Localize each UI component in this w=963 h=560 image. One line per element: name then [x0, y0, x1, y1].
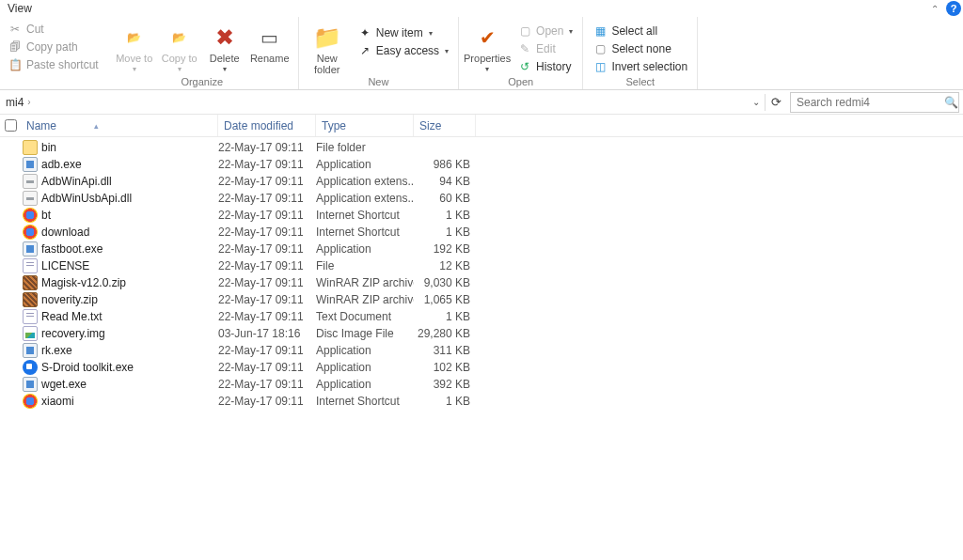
delete-button[interactable]: ✖ Delete▾: [202, 21, 247, 73]
file-row[interactable]: download22-May-17 09:11Internet Shortcut…: [0, 224, 963, 241]
file-row[interactable]: Read Me.txt22-May-17 09:11Text Document1…: [0, 308, 963, 325]
file-date: 22-May-17 09:11: [218, 378, 316, 391]
file-type: Application: [316, 344, 414, 357]
file-icon: [23, 174, 38, 189]
open-icon: ▢: [517, 23, 532, 39]
cut-button[interactable]: ✂Cut: [6, 21, 101, 38]
copy-to-button[interactable]: 📂 Copy to▾: [157, 21, 202, 73]
file-size: 192 KB: [414, 242, 476, 256]
new-item-button[interactable]: ✦New item▾: [354, 24, 452, 41]
file-size: 94 KB: [414, 175, 476, 188]
select-all-checkbox[interactable]: [5, 119, 17, 132]
column-size[interactable]: Size: [414, 115, 476, 136]
file-name: xiaomi: [39, 395, 218, 408]
file-date: 22-May-17 09:11: [218, 141, 316, 154]
search-icon[interactable]: 🔍: [943, 96, 958, 109]
file-icon: [23, 157, 38, 172]
file-size: 29,280 KB: [414, 327, 476, 340]
file-row[interactable]: noverity.zip22-May-17 09:11WinRAR ZIP ar…: [0, 291, 963, 308]
file-type: File folder: [316, 141, 414, 154]
file-size: 1,065 KB: [414, 293, 476, 306]
help-icon[interactable]: ?: [946, 1, 961, 16]
breadcrumb-segment[interactable]: mi4: [4, 96, 25, 109]
paste-shortcut-button[interactable]: 📋Paste shortcut: [6, 56, 101, 73]
properties-button[interactable]: ✔ Properties▾: [465, 21, 510, 73]
column-date[interactable]: Date modified: [218, 115, 316, 136]
file-row[interactable]: fastboot.exe22-May-17 09:11Application19…: [0, 241, 963, 257]
move-to-button[interactable]: 📂 Move to▾: [112, 21, 157, 73]
move-to-icon: 📂: [119, 23, 150, 53]
file-size: 311 KB: [414, 344, 476, 357]
file-icon: [23, 225, 38, 240]
edit-button[interactable]: ✎Edit: [513, 40, 576, 57]
title-bar: View ⌃ ?: [0, 0, 963, 17]
invert-selection-button[interactable]: ◫Invert selection: [589, 58, 691, 75]
file-row[interactable]: rk.exe22-May-17 09:11Application311 KB: [0, 342, 963, 359]
file-name: S-Droid toolkit.exe: [39, 361, 218, 374]
file-name: adb.exe: [39, 158, 218, 171]
file-row[interactable]: wget.exe22-May-17 09:11Application392 KB: [0, 376, 963, 393]
select-all-icon: ▦: [592, 23, 608, 39]
file-name: bt: [39, 209, 218, 222]
file-date: 22-May-17 09:11: [218, 158, 316, 171]
group-label-organize: Organize: [106, 76, 298, 89]
group-label-select: Select: [583, 76, 697, 89]
history-icon: ↺: [517, 59, 532, 74]
file-name: noverity.zip: [39, 293, 218, 306]
easy-access-button[interactable]: ↗Easy access▾: [354, 42, 452, 59]
file-name: bin: [39, 141, 218, 154]
file-row[interactable]: Magisk-v12.0.zip22-May-17 09:11WinRAR ZI…: [0, 274, 963, 291]
tab-view[interactable]: View: [8, 2, 32, 15]
file-row[interactable]: LICENSE22-May-17 09:11File12 KB: [0, 257, 963, 274]
search-input[interactable]: [791, 96, 943, 109]
file-type: Internet Shortcut: [316, 395, 414, 408]
file-type: Application extens...: [316, 175, 414, 188]
open-button[interactable]: ▢Open▾: [513, 23, 576, 39]
new-folder-button[interactable]: 📁 New folder: [305, 21, 350, 75]
chevron-right-icon[interactable]: ›: [25, 97, 32, 107]
properties-icon: ✔: [472, 23, 502, 53]
file-icon: [23, 377, 38, 392]
address-dropdown-icon[interactable]: ⌄: [748, 97, 765, 107]
file-type: Internet Shortcut: [316, 209, 414, 222]
ribbon: ✂Cut 🗐Copy path 📋Paste shortcut 📂 Move t…: [0, 17, 963, 90]
rename-button[interactable]: ▭ Rename: [247, 21, 292, 64]
file-row[interactable]: adb.exe22-May-17 09:11Application986 KB: [0, 156, 963, 173]
file-icon: [23, 191, 38, 206]
column-type[interactable]: Type: [316, 115, 414, 136]
breadcrumb[interactable]: mi4 ›: [0, 96, 748, 109]
file-date: 22-May-17 09:11: [218, 175, 316, 188]
file-row[interactable]: bin22-May-17 09:11File folder: [0, 139, 963, 156]
file-row[interactable]: bt22-May-17 09:11Internet Shortcut1 KB: [0, 207, 963, 224]
file-icon: [23, 241, 38, 257]
file-date: 22-May-17 09:11: [218, 276, 316, 289]
file-row[interactable]: xiaomi22-May-17 09:11Internet Shortcut1 …: [0, 393, 963, 410]
file-size: 986 KB: [414, 158, 476, 171]
file-icon: [23, 360, 38, 375]
select-all-button[interactable]: ▦Select all: [589, 23, 691, 39]
file-date: 22-May-17 09:11: [218, 395, 316, 408]
file-row[interactable]: recovery.img03-Jun-17 18:16Disc Image Fi…: [0, 325, 963, 342]
file-type: Application: [316, 158, 414, 171]
file-row[interactable]: AdbWinApi.dll22-May-17 09:11Application …: [0, 173, 963, 190]
file-name: AdbWinApi.dll: [39, 175, 218, 188]
file-size: 1 KB: [414, 395, 476, 408]
file-icon: [23, 275, 38, 290]
file-size: 9,030 KB: [414, 276, 476, 289]
file-size: 1 KB: [414, 226, 476, 239]
select-none-button[interactable]: ▢Select none: [589, 40, 691, 57]
history-button[interactable]: ↺History: [513, 58, 576, 75]
ribbon-collapse-icon[interactable]: ⌃: [931, 4, 939, 14]
column-name[interactable]: Name▴: [21, 115, 218, 136]
file-name: AdbWinUsbApi.dll: [39, 192, 218, 205]
file-row[interactable]: AdbWinUsbApi.dll22-May-17 09:11Applicati…: [0, 190, 963, 207]
search-box[interactable]: 🔍: [790, 92, 959, 113]
copy-path-icon: 🗐: [8, 39, 23, 54]
column-headers: Name▴ Date modified Type Size: [0, 115, 963, 137]
file-type: File: [316, 259, 414, 272]
delete-icon: ✖: [210, 23, 240, 53]
copy-path-button[interactable]: 🗐Copy path: [6, 39, 101, 55]
refresh-icon[interactable]: ⟳: [766, 95, 786, 109]
file-type: Internet Shortcut: [316, 226, 414, 239]
file-row[interactable]: S-Droid toolkit.exe22-May-17 09:11Applic…: [0, 359, 963, 376]
